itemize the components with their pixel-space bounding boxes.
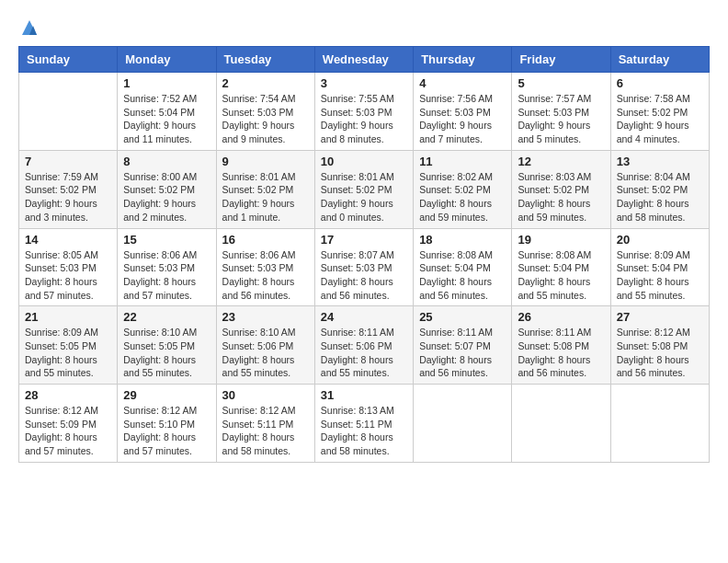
day-info: Sunrise: 8:09 AM Sunset: 5:05 PM Dayligh… [25, 326, 111, 380]
day-cell: 18Sunrise: 8:08 AM Sunset: 5:04 PM Dayli… [414, 228, 512, 306]
day-cell: 28Sunrise: 8:12 AM Sunset: 5:09 PM Dayli… [19, 385, 118, 463]
day-cell: 7Sunrise: 7:59 AM Sunset: 5:02 PM Daylig… [19, 150, 118, 228]
day-number: 27 [617, 310, 703, 324]
day-cell: 16Sunrise: 8:06 AM Sunset: 5:03 PM Dayli… [216, 228, 314, 306]
day-number: 17 [321, 233, 407, 247]
week-row-4: 21Sunrise: 8:09 AM Sunset: 5:05 PM Dayli… [19, 306, 710, 385]
day-cell: 9Sunrise: 8:01 AM Sunset: 5:02 PM Daylig… [216, 150, 314, 228]
day-number: 29 [123, 388, 210, 402]
calendar-header: SundayMondayTuesdayWednesdayThursdayFrid… [19, 47, 710, 73]
day-info: Sunrise: 8:03 AM Sunset: 5:02 PM Dayligh… [518, 170, 604, 224]
day-info: Sunrise: 8:13 AM Sunset: 5:11 PM Dayligh… [321, 404, 407, 458]
day-cell: 30Sunrise: 8:12 AM Sunset: 5:11 PM Dayli… [216, 385, 314, 463]
day-number: 14 [25, 233, 111, 247]
day-cell: 26Sunrise: 8:11 AM Sunset: 5:08 PM Dayli… [512, 306, 610, 385]
week-row-1: 1Sunrise: 7:52 AM Sunset: 5:04 PM Daylig… [19, 73, 710, 151]
day-cell: 2Sunrise: 7:54 AM Sunset: 5:03 PM Daylig… [216, 73, 314, 151]
day-info: Sunrise: 7:56 AM Sunset: 5:03 PM Dayligh… [419, 92, 506, 146]
week-row-3: 14Sunrise: 8:05 AM Sunset: 5:03 PM Dayli… [19, 228, 710, 306]
day-info: Sunrise: 8:08 AM Sunset: 5:04 PM Dayligh… [419, 248, 506, 303]
day-info: Sunrise: 8:09 AM Sunset: 5:04 PM Dayligh… [617, 248, 703, 303]
day-number: 19 [518, 233, 604, 247]
day-number: 11 [419, 155, 506, 168]
week-row-2: 7Sunrise: 7:59 AM Sunset: 5:02 PM Daylig… [19, 150, 710, 228]
day-cell: 15Sunrise: 8:06 AM Sunset: 5:03 PM Dayli… [118, 228, 216, 306]
day-number: 24 [321, 310, 407, 324]
day-cell: 1Sunrise: 7:52 AM Sunset: 5:04 PM Daylig… [118, 73, 216, 151]
col-header-monday: Monday [118, 47, 216, 73]
header-row: SundayMondayTuesdayWednesdayThursdayFrid… [19, 47, 710, 73]
day-number: 8 [123, 155, 210, 168]
day-cell: 22Sunrise: 8:10 AM Sunset: 5:05 PM Dayli… [118, 306, 216, 385]
day-cell: 10Sunrise: 8:01 AM Sunset: 5:02 PM Dayli… [314, 150, 413, 228]
day-number: 31 [321, 388, 407, 402]
day-number: 7 [25, 155, 111, 168]
day-info: Sunrise: 8:00 AM Sunset: 5:02 PM Dayligh… [123, 170, 210, 224]
col-header-saturday: Saturday [610, 47, 709, 73]
day-info: Sunrise: 8:02 AM Sunset: 5:02 PM Dayligh… [419, 170, 506, 224]
day-info: Sunrise: 7:54 AM Sunset: 5:03 PM Dayligh… [222, 92, 309, 146]
day-number: 1 [123, 76, 210, 90]
day-info: Sunrise: 8:12 AM Sunset: 5:09 PM Dayligh… [25, 404, 111, 458]
day-cell: 12Sunrise: 8:03 AM Sunset: 5:02 PM Dayli… [512, 150, 610, 228]
day-number: 20 [617, 233, 703, 247]
day-cell [414, 385, 512, 463]
calendar-body: 1Sunrise: 7:52 AM Sunset: 5:04 PM Daylig… [19, 73, 710, 463]
day-cell: 5Sunrise: 7:57 AM Sunset: 5:03 PM Daylig… [512, 73, 610, 151]
header [18, 18, 710, 37]
day-number: 22 [123, 310, 210, 324]
col-header-thursday: Thursday [414, 47, 512, 73]
day-info: Sunrise: 8:11 AM Sunset: 5:07 PM Dayligh… [419, 326, 506, 380]
day-cell: 3Sunrise: 7:55 AM Sunset: 5:03 PM Daylig… [314, 73, 413, 151]
calendar-table: SundayMondayTuesdayWednesdayThursdayFrid… [18, 46, 710, 463]
day-number: 9 [222, 155, 309, 168]
day-number: 23 [222, 310, 309, 324]
day-cell [19, 73, 118, 151]
day-cell: 23Sunrise: 8:10 AM Sunset: 5:06 PM Dayli… [216, 306, 314, 385]
day-number: 3 [321, 76, 407, 90]
day-cell: 14Sunrise: 8:05 AM Sunset: 5:03 PM Dayli… [19, 228, 118, 306]
day-number: 2 [222, 76, 309, 90]
day-info: Sunrise: 8:01 AM Sunset: 5:02 PM Dayligh… [321, 170, 407, 224]
day-number: 21 [25, 310, 111, 324]
day-number: 6 [617, 76, 703, 90]
day-info: Sunrise: 8:12 AM Sunset: 5:11 PM Dayligh… [222, 404, 309, 458]
day-number: 12 [518, 155, 604, 168]
day-cell: 4Sunrise: 7:56 AM Sunset: 5:03 PM Daylig… [414, 73, 512, 151]
col-header-tuesday: Tuesday [216, 47, 314, 73]
day-info: Sunrise: 7:57 AM Sunset: 5:03 PM Dayligh… [518, 92, 604, 146]
day-number: 18 [419, 233, 506, 247]
week-row-5: 28Sunrise: 8:12 AM Sunset: 5:09 PM Dayli… [19, 385, 710, 463]
col-header-sunday: Sunday [19, 47, 118, 73]
day-cell: 6Sunrise: 7:58 AM Sunset: 5:02 PM Daylig… [610, 73, 709, 151]
day-cell: 19Sunrise: 8:08 AM Sunset: 5:04 PM Dayli… [512, 228, 610, 306]
day-info: Sunrise: 8:10 AM Sunset: 5:06 PM Dayligh… [222, 326, 309, 380]
day-info: Sunrise: 8:10 AM Sunset: 5:05 PM Dayligh… [123, 326, 210, 380]
day-cell: 8Sunrise: 8:00 AM Sunset: 5:02 PM Daylig… [118, 150, 216, 228]
day-info: Sunrise: 8:06 AM Sunset: 5:03 PM Dayligh… [222, 248, 309, 303]
day-info: Sunrise: 8:04 AM Sunset: 5:02 PM Dayligh… [617, 170, 703, 224]
day-cell: 24Sunrise: 8:11 AM Sunset: 5:06 PM Dayli… [314, 306, 413, 385]
day-cell: 11Sunrise: 8:02 AM Sunset: 5:02 PM Dayli… [414, 150, 512, 228]
day-info: Sunrise: 8:11 AM Sunset: 5:08 PM Dayligh… [518, 326, 604, 380]
col-header-friday: Friday [512, 47, 610, 73]
day-info: Sunrise: 8:05 AM Sunset: 5:03 PM Dayligh… [25, 248, 111, 303]
logo [18, 18, 39, 37]
day-info: Sunrise: 8:12 AM Sunset: 5:10 PM Dayligh… [123, 404, 210, 458]
day-info: Sunrise: 8:01 AM Sunset: 5:02 PM Dayligh… [222, 170, 309, 224]
day-cell: 25Sunrise: 8:11 AM Sunset: 5:07 PM Dayli… [414, 306, 512, 385]
day-number: 13 [617, 155, 703, 168]
day-cell: 27Sunrise: 8:12 AM Sunset: 5:08 PM Dayli… [610, 306, 709, 385]
day-number: 30 [222, 388, 309, 402]
day-info: Sunrise: 8:12 AM Sunset: 5:08 PM Dayligh… [617, 326, 703, 380]
day-info: Sunrise: 7:52 AM Sunset: 5:04 PM Dayligh… [123, 92, 210, 146]
day-cell: 17Sunrise: 8:07 AM Sunset: 5:03 PM Dayli… [314, 228, 413, 306]
day-number: 15 [123, 233, 210, 247]
day-cell: 29Sunrise: 8:12 AM Sunset: 5:10 PM Dayli… [118, 385, 216, 463]
day-info: Sunrise: 8:06 AM Sunset: 5:03 PM Dayligh… [123, 248, 210, 303]
day-number: 28 [25, 388, 111, 402]
day-cell: 20Sunrise: 8:09 AM Sunset: 5:04 PM Dayli… [610, 228, 709, 306]
day-number: 10 [321, 155, 407, 168]
day-info: Sunrise: 7:55 AM Sunset: 5:03 PM Dayligh… [321, 92, 407, 146]
day-cell: 21Sunrise: 8:09 AM Sunset: 5:05 PM Dayli… [19, 306, 118, 385]
